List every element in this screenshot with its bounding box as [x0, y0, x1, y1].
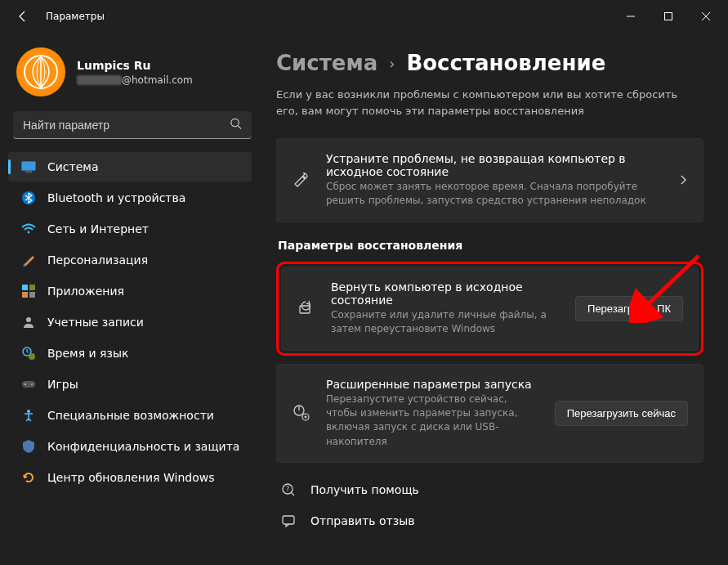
- breadcrumb-parent[interactable]: Система: [276, 51, 377, 75]
- svg-point-8: [231, 119, 239, 126]
- nav-bluetooth[interactable]: Bluetooth и устройства: [8, 183, 252, 213]
- card-subtitle: Перезапустите устройство сейчас, чтобы и…: [326, 392, 540, 450]
- wrench-icon: [292, 171, 311, 189]
- svg-point-18: [26, 317, 31, 322]
- card-reset-pc: Вернуть компьютер в исходное состояние С…: [281, 267, 699, 351]
- accessibility-icon: [21, 408, 36, 423]
- svg-point-22: [25, 383, 26, 385]
- nav-update[interactable]: Центр обновления Windows: [8, 463, 252, 492]
- apps-icon: [21, 284, 36, 298]
- help-icon: ?: [279, 482, 297, 497]
- footer-link-label: Отправить отзыв: [310, 514, 414, 527]
- nav-label: Сеть и Интернет: [47, 222, 149, 235]
- nav-accessibility[interactable]: Специальные возможности: [8, 401, 252, 430]
- highlight-annotation: Вернуть компьютер в исходное состояние С…: [276, 262, 703, 356]
- nav-apps[interactable]: Приложения: [8, 276, 252, 306]
- svg-rect-17: [29, 292, 35, 298]
- svg-point-23: [31, 383, 33, 385]
- back-button[interactable]: [15, 8, 31, 25]
- gaming-icon: [21, 377, 36, 392]
- section-title: Параметры восстановления: [278, 239, 703, 252]
- card-title: Устраните проблемы, не возвращая компьют…: [326, 152, 663, 178]
- profile-block[interactable]: Lumpics Ru @hotmail.com: [8, 41, 261, 111]
- search-input[interactable]: [23, 119, 222, 132]
- system-icon: [21, 159, 36, 174]
- svg-line-9: [238, 125, 241, 128]
- nav-label: Центр обновления Windows: [47, 471, 214, 484]
- nav-label: Время и язык: [47, 347, 128, 360]
- profile-email: @hotmail.com: [77, 74, 193, 86]
- nav-list: Система Bluetooth и устройства Сеть и Ин…: [8, 152, 261, 492]
- minimize-button[interactable]: [612, 3, 650, 29]
- avatar: [16, 47, 65, 96]
- card-subtitle: Сброс может занять некоторое время. Снач…: [326, 180, 663, 209]
- page-title: Восстановление: [406, 51, 605, 75]
- svg-rect-32: [283, 516, 294, 524]
- profile-name: Lumpics Ru: [77, 59, 193, 72]
- nav-label: Конфиденциальность и защита: [47, 440, 239, 453]
- nav-label: Система: [47, 160, 98, 173]
- close-button[interactable]: [687, 3, 725, 29]
- svg-point-20: [29, 353, 35, 360]
- sidebar: Lumpics Ru @hotmail.com Система: [0, 33, 261, 565]
- chevron-right-icon: ›: [389, 55, 395, 72]
- give-feedback-link[interactable]: Отправить отзыв: [276, 509, 703, 533]
- nav-network[interactable]: Сеть и Интернет: [8, 214, 252, 244]
- card-title: Расширенные параметры запуска: [326, 378, 540, 391]
- feedback-icon: [279, 513, 297, 528]
- chevron-right-icon: [678, 173, 688, 188]
- svg-rect-15: [29, 285, 35, 290]
- svg-rect-1: [665, 13, 672, 20]
- search-box[interactable]: [13, 111, 252, 139]
- nav-privacy[interactable]: Конфиденциальность и защита: [8, 432, 252, 461]
- breadcrumb: Система › Восстановление: [276, 51, 703, 75]
- restart-now-button[interactable]: Перезагрузить сейчас: [555, 401, 688, 426]
- reset-pc-button[interactable]: Перезагрузка ПК: [575, 296, 683, 321]
- svg-point-13: [28, 231, 30, 234]
- svg-point-29: [305, 416, 307, 419]
- svg-rect-11: [25, 172, 32, 173]
- svg-text:?: ?: [286, 486, 289, 493]
- nav-personalization[interactable]: Персонализация: [8, 245, 252, 275]
- titlebar: Параметры: [0, 0, 728, 33]
- svg-rect-16: [22, 292, 28, 298]
- svg-rect-10: [22, 162, 36, 171]
- reset-icon: [297, 299, 316, 317]
- wifi-icon: [21, 222, 36, 236]
- brush-icon: [21, 253, 36, 267]
- svg-rect-21: [22, 381, 35, 388]
- card-advanced-startup: Расширенные параметры запуска Перезапуст…: [276, 364, 703, 464]
- svg-rect-14: [22, 285, 28, 290]
- nav-timelang[interactable]: Время и язык: [8, 339, 252, 368]
- nav-gaming[interactable]: Игры: [8, 370, 252, 399]
- profile-email-redacted: [77, 75, 122, 85]
- main-content: Система › Восстановление Если у вас возн…: [261, 33, 728, 565]
- update-icon: [21, 470, 36, 485]
- card-title: Вернуть компьютер в исходное состояние: [331, 280, 561, 307]
- maximize-button[interactable]: [650, 3, 687, 29]
- get-help-link[interactable]: ? Получить помощь: [276, 478, 703, 502]
- accounts-icon: [21, 315, 36, 330]
- nav-label: Персонализация: [47, 253, 148, 267]
- card-troubleshoot[interactable]: Устраните проблемы, не возвращая компьют…: [276, 138, 703, 222]
- power-gear-icon: [292, 404, 311, 422]
- clock-globe-icon: [21, 346, 36, 361]
- app-title: Параметры: [46, 11, 105, 22]
- page-description: Если у вас возникли проблемы с компьютер…: [276, 87, 685, 119]
- card-subtitle: Сохраните или удалите личные файлы, а за…: [331, 308, 561, 337]
- svg-point-24: [27, 410, 30, 413]
- footer-link-label: Получить помощь: [310, 483, 419, 496]
- shield-icon: [21, 439, 36, 454]
- nav-accounts[interactable]: Учетные записи: [8, 307, 252, 337]
- search-icon: [230, 117, 242, 132]
- nav-label: Игры: [47, 378, 78, 391]
- nav-system[interactable]: Система: [8, 152, 252, 182]
- nav-label: Приложения: [47, 285, 124, 298]
- bluetooth-icon: [21, 191, 36, 205]
- nav-label: Bluetooth и устройства: [47, 191, 185, 204]
- nav-label: Учетные записи: [47, 316, 144, 329]
- nav-label: Специальные возможности: [47, 409, 214, 422]
